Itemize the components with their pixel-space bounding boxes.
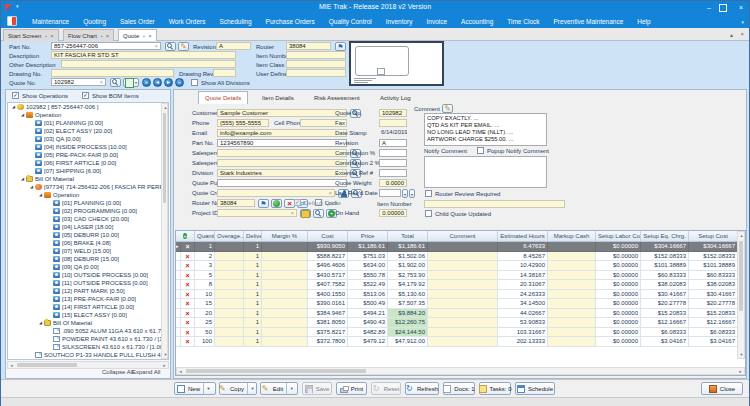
edit-button[interactable]: Edit▼ [260,382,298,395]
cell-setup-labor-cost[interactable]: $0.00000 [596,299,641,309]
tree-node[interactable]: [09] QA [0.00] [8,263,168,271]
cell-markup-cash[interactable] [548,290,596,300]
table-row[interactable]: ×101$400.1550$513.06$5,130.6024.26333$0.… [176,290,745,300]
column-header-markup-cash[interactable]: Markup Cash [548,231,596,242]
phone-field[interactable]: (555) 555-5555 [217,119,269,127]
notify-comment-box[interactable] [424,156,547,188]
tab-close-icon[interactable]: × [740,31,744,37]
cell-price[interactable]: $1,186.61 [348,242,388,252]
cell-overage[interactable] [215,299,244,309]
show-all-divisions-checkbox[interactable] [191,79,198,86]
tree-node[interactable]: .090 5052 ALUM 11GA 43.610 x 61.730 / [1… [8,327,168,335]
tree-node[interactable]: [10] OUTSIDE PROCESS [0.00] [8,271,168,279]
menu-item-sales-order[interactable]: Sales Order [113,18,162,25]
cell-overage[interactable] [215,261,244,271]
cell-overage[interactable] [215,337,244,347]
cell-markup-cash[interactable] [548,299,596,309]
expander-icon[interactable]: ◢ [37,191,44,199]
expander-icon[interactable]: ◢ [28,183,35,191]
doc-tab-start-screen[interactable]: Start Screen▪× [3,29,59,41]
cell-overage[interactable] [215,328,244,338]
cell-overage[interactable] [215,242,244,252]
cell-delivery[interactable]: 1 [244,299,262,309]
tab-quote-details[interactable]: Quote Details [198,91,248,104]
revision-field[interactable]: A [379,139,407,147]
delete-row-button[interactable]: × [181,290,195,300]
cell-price[interactable]: $479.12 [348,337,388,347]
table-row[interactable]: ×201$384.9467$494.21$9,884.2044.02667$0.… [176,309,745,319]
child-quote-checkbox[interactable] [425,210,432,217]
tree-node[interactable]: [03] QA [0.00] [8,135,168,143]
column-header-margin[interactable]: Margin % [262,231,308,242]
cell-markup-cash[interactable] [548,337,596,347]
cell-price[interactable]: $513.06 [348,290,388,300]
cell-markup-cash[interactable] [548,280,596,290]
cell-estimated-hours[interactable]: 44.02667 [498,309,548,319]
menu-item-scheduling[interactable]: Scheduling [212,18,258,25]
date-stamp-field[interactable]: 6/14/2019 [379,129,407,137]
revision-field[interactable]: A [216,42,251,50]
comment-edit-button[interactable] [442,104,453,113]
tree-node[interactable]: [05] PRE-PACK-FAIR [0.00] [8,151,168,159]
part-search-button[interactable] [165,42,176,51]
cell-margin[interactable] [262,261,308,271]
cell-markup-cash[interactable] [548,261,596,271]
router-review-checkbox[interactable] [425,190,432,197]
column-header-quantity[interactable]: Quantity [195,231,215,242]
cell-comment[interactable] [428,318,498,328]
commission-field[interactable] [379,149,407,157]
cell-setup-cost[interactable]: $101.38889 [689,261,738,271]
cell-price[interactable]: $482.89 [348,328,388,338]
cell-overage[interactable] [215,309,244,319]
cell-setup-cost[interactable]: $20.27778 [689,299,738,309]
tree-node[interactable]: [07] WELD [15.00] [8,247,168,255]
cell-overage[interactable] [215,318,244,328]
cell-comment[interactable] [428,337,498,347]
menu-item-accounting[interactable]: Accounting [454,18,500,25]
delete-row-button[interactable]: × [181,271,195,281]
tree-node[interactable]: [08] DEBURR [15.00] [8,255,168,263]
maximize-button[interactable] [719,4,727,12]
cell-setup-eq-chrg[interactable]: $30.41667 [641,290,689,300]
scrollbar-thumb[interactable] [163,113,166,203]
cell-total[interactable]: $1,502.06 [388,252,428,262]
menu-item-inventory[interactable]: Inventory [379,18,420,25]
cell-comment[interactable] [428,252,498,262]
show-operations-checkbox[interactable] [12,92,19,99]
table-vertical-scrollbar[interactable]: ▲ ▼ [737,231,745,359]
table-row[interactable]: ×31$496.4606$634.00$1,902.0010.42900$0.0… [176,261,745,271]
cell-estimated-hours[interactable]: 14.38167 [498,271,548,281]
tree-node[interactable]: ◢Operation [8,191,168,199]
quote-search-button[interactable] [110,78,121,87]
cell-setup-eq-chrg[interactable]: $15.20833 [641,309,689,319]
schedule-button[interactable]: Schedule [515,382,555,395]
tree-node[interactable]: [12] PART MARK [0.50] [8,287,168,295]
tree-node[interactable]: [11] OUTSIDE PROCESS [0.00] [8,279,168,287]
tab-risk-assessment[interactable]: Risk Assessment [308,91,366,104]
close-tab-icon[interactable]: × [106,33,110,39]
cell-overage[interactable] [215,252,244,262]
cell-markup-cash[interactable] [548,252,596,262]
cell-setup-labor-cost[interactable]: $0.00000 [596,328,641,338]
table-horizontal-scrollbar[interactable]: ◄ ► [176,367,745,375]
cell-setup-labor-cost[interactable]: $0.00000 [596,280,641,290]
cell-price[interactable]: $634.00 [348,261,388,271]
router-field[interactable]: 38084 [286,42,331,50]
menu-item-purchase-orders[interactable]: Purchase Orders [259,18,322,25]
quote-purpose-field[interactable] [217,179,347,187]
cell-total[interactable]: $47,912.00 [388,337,428,347]
comment-box[interactable]: COPY EXACTLY. ... QTD AS KIT PER EMAIL. … [424,113,547,146]
scroll-left-icon[interactable]: ◄ [177,368,184,375]
nav-last-button[interactable]: » [175,78,184,87]
cell-total[interactable]: $1,902.00 [388,261,428,271]
tree-node[interactable]: [06] BRAKE [4.08] [8,239,168,247]
cell-overage[interactable] [215,271,244,281]
menu-item-preventive-maintenance[interactable]: Preventive Maintenance [547,18,631,25]
cell-price[interactable]: $494.21 [348,309,388,319]
cell-total[interactable]: $1,186.61 [388,242,428,252]
drawing-rev-field[interactable] [213,69,236,77]
cell-estimated-hours[interactable]: 10.42900 [498,261,548,271]
nav-previous-button[interactable]: ◄ [153,78,162,87]
cell-setup-labor-cost[interactable]: $0.00000 [596,318,641,328]
cell-setup-eq-chrg[interactable]: $152.08333 [641,252,689,262]
